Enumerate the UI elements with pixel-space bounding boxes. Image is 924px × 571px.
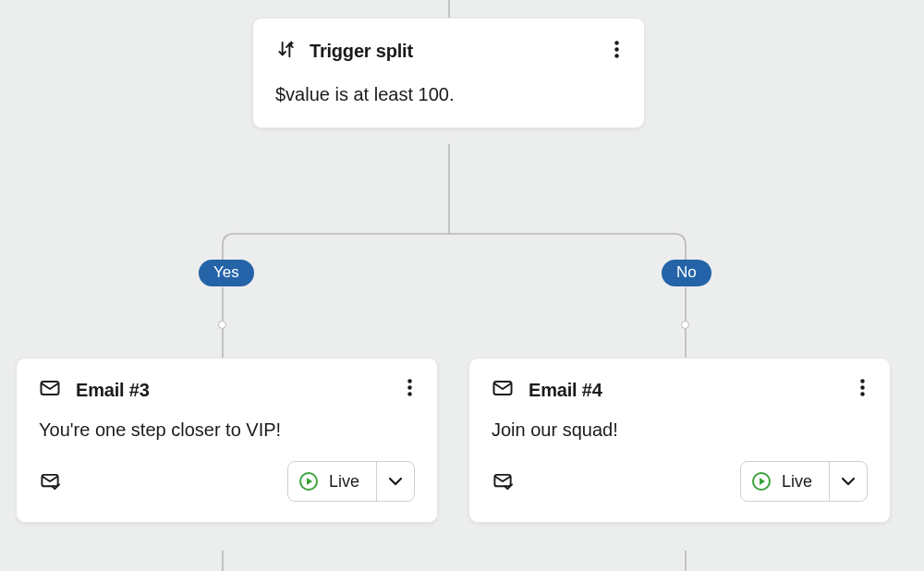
trigger-title: Trigger split	[310, 41, 413, 62]
email-node-4[interactable]: Email #4 Join our squad!	[468, 358, 891, 523]
smart-send-icon[interactable]	[39, 470, 61, 492]
email-icon	[492, 377, 514, 403]
svg-point-0	[614, 41, 618, 44]
svg-point-11	[860, 392, 864, 395]
branch-badge-yes: Yes	[199, 260, 254, 286]
email-status-dropdown[interactable]: Live	[740, 461, 868, 502]
email-status-label: Live	[329, 472, 359, 492]
svg-point-2	[614, 54, 618, 57]
svg-point-6	[407, 392, 411, 395]
email-subject-preview: You're one step closer to VIP!	[39, 419, 415, 441]
live-status-icon	[299, 472, 318, 491]
email-icon	[39, 377, 61, 403]
flow-canvas[interactable]: Trigger split $value is at least 100. Ye…	[0, 0, 924, 571]
trigger-more-button[interactable]	[605, 38, 627, 60]
svg-point-10	[860, 385, 864, 389]
svg-point-9	[860, 379, 864, 383]
connector-dot	[218, 321, 226, 329]
email-node-3[interactable]: Email #3 You're one step closer to VIP!	[16, 358, 438, 523]
svg-point-5	[407, 385, 411, 389]
email-title: Email #3	[76, 380, 150, 401]
trigger-condition-text: $value is at least 100.	[275, 84, 622, 105]
trigger-split-icon	[275, 39, 297, 64]
email-subject-preview: Join our squad!	[492, 419, 868, 441]
connector-dot	[681, 321, 689, 329]
email-more-button[interactable]	[851, 376, 873, 398]
email-status-label: Live	[782, 472, 812, 492]
smart-send-icon[interactable]	[492, 470, 514, 492]
chevron-down-icon	[377, 462, 414, 501]
svg-point-1	[614, 47, 618, 51]
trigger-split-node[interactable]: Trigger split $value is at least 100.	[252, 18, 645, 128]
email-status-dropdown[interactable]: Live	[287, 461, 415, 502]
branch-badge-no: No	[662, 260, 711, 286]
live-status-icon	[752, 472, 771, 491]
email-title: Email #4	[529, 380, 602, 401]
svg-point-4	[407, 379, 411, 383]
email-more-button[interactable]	[398, 376, 420, 398]
chevron-down-icon	[830, 462, 867, 501]
